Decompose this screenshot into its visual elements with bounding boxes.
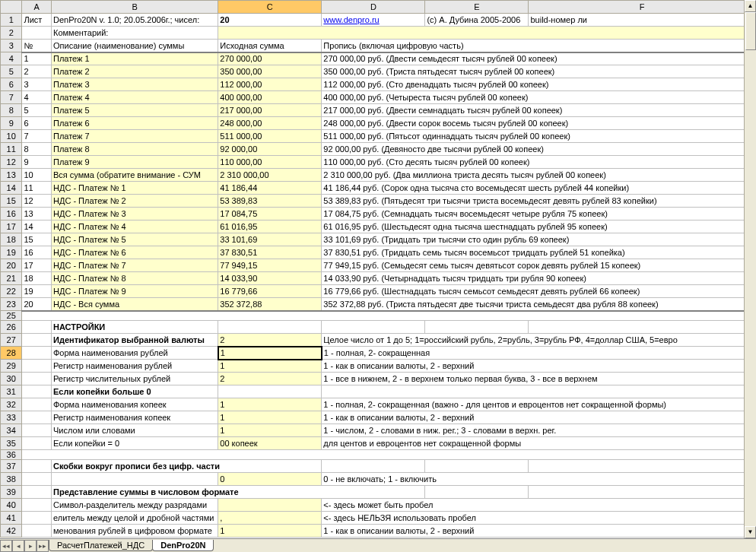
- cell[interactable]: 6: [22, 117, 52, 130]
- cell[interactable]: Пропись (включая цифровую часть): [322, 40, 756, 52]
- cell[interactable]: 1: [218, 525, 322, 538]
- cell[interactable]: Комментарий:: [52, 27, 218, 40]
- table-row[interactable]: 2118НДС - Платеж № 814 033,9014 033,90 р…: [1, 272, 756, 285]
- table-row[interactable]: 1916НДС - Платеж № 637 830,5137 830,51 р…: [1, 246, 756, 259]
- cell[interactable]: Платеж 5: [52, 104, 218, 117]
- cell[interactable]: 14 033,90: [218, 272, 322, 285]
- cell[interactable]: 10: [22, 169, 52, 182]
- cell[interactable]: 400 000,00: [218, 91, 322, 104]
- cell[interactable]: 92 000,00 руб. (Девяносто две тысячи руб…: [322, 143, 756, 156]
- cell[interactable]: 0 - не включать; 1 - включить: [322, 473, 756, 486]
- cell[interactable]: 61 016,95 руб. (Шестьдесят одна тысяча ш…: [322, 220, 756, 233]
- cell[interactable]: 16 779,66: [218, 285, 322, 298]
- cell[interactable]: 18: [22, 272, 52, 285]
- table-row[interactable]: 96Платеж 6248 000,00248 000,00 руб. (Две…: [1, 117, 756, 130]
- cell[interactable]: 20: [22, 298, 52, 311]
- tab-nav-first[interactable]: ◂◂: [0, 540, 12, 552]
- cell[interactable]: 1 - как в описании валюты, 2 - верхний: [322, 411, 756, 424]
- col-header-c[interactable]: C: [218, 1, 322, 14]
- cell[interactable]: 1 - как в описании валюты, 2 - верхний: [322, 525, 756, 538]
- cell[interactable]: Идентификатор выбранной валюты: [52, 334, 218, 347]
- cell[interactable]: 0: [218, 473, 322, 486]
- cell[interactable]: 217 000,00: [218, 104, 322, 117]
- cell[interactable]: 13: [22, 208, 52, 220]
- cell[interactable]: Регистр наименования рублей: [52, 360, 218, 373]
- table-row[interactable]: 1411НДС - Платеж № 141 186,4441 186,44 р…: [1, 182, 756, 195]
- col-header-b[interactable]: B: [52, 1, 218, 14]
- row-37[interactable]: 37 Скобки вокруг прописи без цифр. части: [1, 460, 756, 473]
- cell[interactable]: build-номер ли: [529, 14, 756, 27]
- cell[interactable]: 511 000,00: [218, 130, 322, 143]
- cell[interactable]: ,: [218, 512, 322, 525]
- cell[interactable]: 1: [218, 360, 322, 373]
- table-row[interactable]: 85Платеж 5217 000,00217 000,00 руб. (Две…: [1, 104, 756, 117]
- cell[interactable]: [218, 499, 322, 512]
- row-3[interactable]: 3 № Описание (наименование) суммы Исходн…: [1, 40, 756, 52]
- cell[interactable]: (с) А. Дубина 2005-2006: [425, 14, 529, 27]
- cell[interactable]: 352 372,88 руб. (Триста пятьдесят две ты…: [322, 298, 756, 311]
- cell[interactable]: 5: [22, 104, 52, 117]
- cell[interactable]: 2: [218, 334, 322, 347]
- table-row[interactable]: 31Если копейки больше 0: [1, 385, 756, 398]
- cell[interactable]: елитель между целой и дробной частями: [52, 512, 218, 525]
- cell[interactable]: 400 000,00 руб. (Четыреста тысяч рублей …: [322, 91, 756, 104]
- cell[interactable]: 53 389,83: [218, 195, 322, 208]
- cell[interactable]: Исходная сумма: [218, 40, 322, 52]
- cell[interactable]: НДС - Платеж № 7: [52, 259, 218, 272]
- cell[interactable]: 14 033,90 руб. (Четырнадцать тысяч тридц…: [322, 272, 756, 285]
- tab-nav-prev[interactable]: ◂: [12, 540, 24, 552]
- cell[interactable]: для центов и евроцентов нет сокращенной …: [322, 437, 756, 450]
- table-row[interactable]: 1613НДС - Платеж № 317 084,7517 084,75 р…: [1, 208, 756, 220]
- tab-nav-next[interactable]: ▸: [24, 540, 37, 552]
- cell[interactable]: №: [22, 40, 52, 52]
- tab-nav-last[interactable]: ▸▸: [37, 540, 49, 552]
- cell[interactable]: <- здесь может быть пробел: [322, 499, 756, 512]
- cell[interactable]: 19: [22, 285, 52, 298]
- cell[interactable]: НДС - Платеж № 5: [52, 233, 218, 246]
- scroll-thumb[interactable]: [745, 12, 756, 50]
- comment-field[interactable]: [218, 27, 756, 40]
- cell[interactable]: 77 949,15: [218, 259, 322, 272]
- table-row[interactable]: 41елитель между целой и дробной частями,…: [1, 512, 756, 525]
- scroll-up-button[interactable]: ▲: [745, 0, 756, 12]
- row-2[interactable]: 2 Комментарий:: [1, 27, 756, 40]
- table-row[interactable]: 129Платеж 9110 000,00110 000,00 руб. (Ст…: [1, 156, 756, 169]
- cell[interactable]: Лист: [22, 14, 52, 27]
- cell[interactable]: 41 186,44 руб. (Сорок одна тысяча сто во…: [322, 182, 756, 195]
- cell[interactable]: Платеж 6: [52, 117, 218, 130]
- row-26[interactable]: 26 НАСТРОЙКИ: [1, 321, 756, 334]
- cell[interactable]: 511 000,00 руб. (Пятьсот одиннадцать тыс…: [322, 130, 756, 143]
- cell[interactable]: 33 101,69 руб. (Тридцать три тысячи сто …: [322, 233, 756, 246]
- vertical-scrollbar[interactable]: ▲ ▼: [744, 0, 756, 538]
- cell[interactable]: 92 000,00: [218, 143, 322, 156]
- cell[interactable]: 17: [22, 259, 52, 272]
- cell[interactable]: Числом или словами: [52, 424, 218, 437]
- cell[interactable]: 53 389,83 руб. (Пятьдесят три тысячи три…: [322, 195, 756, 208]
- cell[interactable]: 12: [22, 195, 52, 208]
- table-row[interactable]: 2320НДС - Вся сумма352 372,88352 372,88 …: [1, 298, 756, 311]
- cell[interactable]: 1 - как в описании валюты, 2 - верхний: [322, 360, 756, 373]
- cell[interactable]: Платеж 9: [52, 156, 218, 169]
- cell[interactable]: 3: [22, 78, 52, 91]
- cell[interactable]: НДС - Платеж № 2: [52, 195, 218, 208]
- cell[interactable]: 61 016,95: [218, 220, 322, 233]
- cell[interactable]: Платеж 8: [52, 143, 218, 156]
- cell[interactable]: 37 830,51: [218, 246, 322, 259]
- cell[interactable]: НДС - Платеж № 9: [52, 285, 218, 298]
- cell[interactable]: 37 830,51 руб. (Тридцать семь тысяч восе…: [322, 246, 756, 259]
- cell[interactable]: Платеж 3: [52, 78, 218, 91]
- table-row[interactable]: 107Платеж 7511 000,00511 000,00 руб. (Пя…: [1, 130, 756, 143]
- table-row[interactable]: 52Платеж 2350 000,00350 000,00 руб. (Три…: [1, 65, 756, 78]
- spreadsheet-grid[interactable]: A B C D E F 1 Лист DenPro20N v. 1.0; 20.…: [0, 0, 756, 538]
- col-header-a[interactable]: A: [22, 1, 52, 14]
- cell[interactable]: 1: [218, 424, 322, 437]
- cell[interactable]: 33 101,69: [218, 233, 322, 246]
- cell[interactable]: 1: [218, 411, 322, 424]
- cell[interactable]: Целое число от 1 до 5; 1=российский рубл…: [322, 334, 756, 347]
- table-row[interactable]: 1310Вся сумма (обратите внимание - СУМ2 …: [1, 169, 756, 182]
- cell[interactable]: 20: [218, 14, 322, 27]
- cell[interactable]: 270 000,00 руб. (Двести семьдесят тысяч …: [322, 52, 756, 65]
- cell[interactable]: Платеж 2: [52, 65, 218, 78]
- cell[interactable]: 1 - все в нижнем, 2 - в верхнем только п…: [322, 373, 756, 385]
- cell[interactable]: 1: [218, 398, 322, 411]
